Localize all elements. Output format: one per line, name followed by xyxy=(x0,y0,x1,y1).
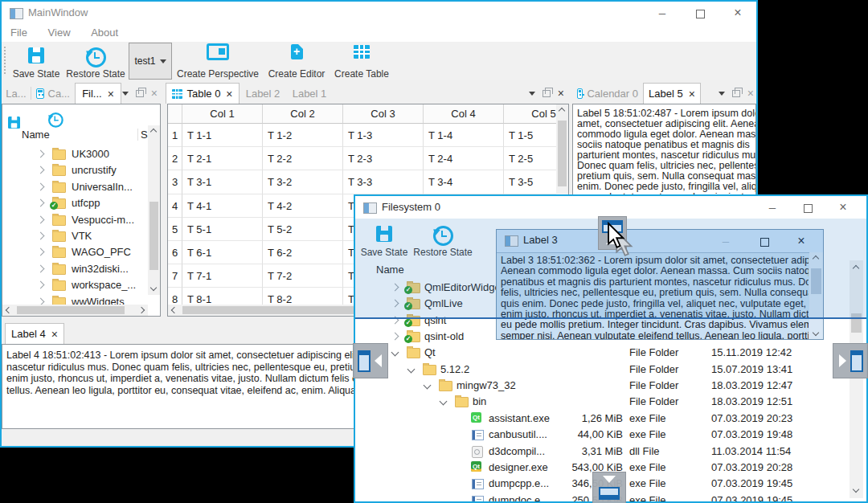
tab-label4[interactable]: Label 4 × xyxy=(5,323,64,344)
chevron-right-icon[interactable] xyxy=(37,298,45,305)
dock-left-indicator[interactable] xyxy=(353,343,388,378)
close-tab-icon[interactable]: × xyxy=(51,328,58,341)
table-cell[interactable]: T 1-2 xyxy=(263,124,343,147)
tree-row[interactable]: Vespucci-m... xyxy=(2,212,148,228)
scroll-down-icon[interactable] xyxy=(813,329,819,336)
main-titlebar[interactable]: MainWindow – × xyxy=(2,2,756,24)
table-cell[interactable]: T 3-4 xyxy=(424,170,504,194)
scroll-left-icon[interactable] xyxy=(171,307,178,313)
table-cell[interactable]: T 6-1 xyxy=(182,241,263,264)
close-tab-icon[interactable]: × xyxy=(226,88,232,100)
menu-view[interactable]: View xyxy=(39,24,80,41)
create-table-button[interactable]: Create Table xyxy=(331,43,392,79)
float-panel-icon[interactable] xyxy=(542,90,551,97)
scroll-left-icon[interactable] xyxy=(6,307,12,313)
fs-tree-row[interactable]: canbusutil.... 44,00 KiB exe File 07.03.… xyxy=(355,427,851,443)
vertical-scrollbar[interactable] xyxy=(148,125,160,295)
chevron-down-icon[interactable] xyxy=(391,349,399,357)
table-cell[interactable]: T 5-1 xyxy=(182,218,263,241)
column-header[interactable]: Col 1 xyxy=(182,104,263,124)
table-cell[interactable]: T 2-3 xyxy=(343,147,424,170)
tab-label5[interactable]: Label 5 × xyxy=(643,83,701,104)
row-header[interactable]: 1 xyxy=(168,124,182,147)
column-header[interactable]: Col 3 xyxy=(343,104,424,124)
fs-tree-row[interactable]: Qt File Folder 15.11.2019 12:42 xyxy=(355,345,851,361)
toolbar-drag-handle[interactable] xyxy=(4,47,6,74)
chevron-right-icon[interactable] xyxy=(37,248,45,256)
scrollbar-thumb[interactable] xyxy=(17,306,125,314)
name-column-header[interactable]: Name xyxy=(22,129,50,141)
table-cell[interactable]: T 3-2 xyxy=(263,170,343,194)
row-header[interactable]: 5 xyxy=(168,218,182,241)
horizontal-scrollbar[interactable] xyxy=(2,305,148,316)
table-cell[interactable]: T 1-3 xyxy=(343,124,424,147)
tab-table0[interactable]: Table 0 × xyxy=(166,83,240,104)
maximize-button[interactable] xyxy=(796,196,820,219)
table-cell[interactable]: T 5-2 xyxy=(263,218,343,241)
tab-calendar1[interactable]: Ca... xyxy=(31,83,75,104)
close-panel-icon[interactable]: × xyxy=(558,87,564,100)
table-cell[interactable]: T 4-1 xyxy=(182,194,263,218)
chevron-down-icon[interactable] xyxy=(407,366,416,374)
tree-row[interactable]: VTK xyxy=(2,228,148,244)
row-header[interactable]: 7 xyxy=(168,264,182,288)
minimize-button[interactable]: – xyxy=(760,196,784,219)
close-tab-icon[interactable]: × xyxy=(108,88,114,100)
tab-filesystem1[interactable]: Fil... × xyxy=(75,83,121,104)
tree-row[interactable]: win32diski... xyxy=(2,261,148,277)
chevron-right-icon[interactable] xyxy=(37,281,45,289)
tree-row[interactable]: ✓ utfcpp xyxy=(2,195,148,211)
save-state-button[interactable]: Save State xyxy=(10,43,63,79)
table-cell[interactable]: T 1-4 xyxy=(424,124,504,147)
row-header[interactable]: 4 xyxy=(168,194,182,218)
tree-row[interactable]: WAGO_PFC xyxy=(2,244,148,260)
table-cell[interactable]: T 3-1 xyxy=(182,170,263,194)
close-panel-icon[interactable]: × xyxy=(151,87,158,100)
chevron-right-icon[interactable] xyxy=(37,216,45,224)
scroll-down-icon[interactable] xyxy=(853,486,859,493)
row-header[interactable]: 6 xyxy=(168,241,182,264)
column-header[interactable]: Col 4 xyxy=(424,104,504,124)
tab-calendar0[interactable]: Calendar 0 xyxy=(572,83,643,104)
chevron-down-icon[interactable] xyxy=(424,382,432,390)
close-panel-icon[interactable]: × xyxy=(747,87,754,100)
tab-list-dropdown-icon[interactable] xyxy=(529,92,535,96)
close-tab-icon[interactable]: × xyxy=(689,88,695,100)
float-panel-icon[interactable] xyxy=(732,90,740,97)
table-cell[interactable]: T 7-1 xyxy=(182,264,263,288)
tree-row[interactable]: UK3000 xyxy=(2,146,148,162)
float-panel-icon[interactable] xyxy=(136,90,144,97)
chevron-right-icon[interactable] xyxy=(37,166,45,174)
minimize-button[interactable]: – xyxy=(650,2,674,24)
dock-right-indicator[interactable] xyxy=(833,343,868,378)
tab-list-dropdown-icon[interactable] xyxy=(719,92,725,96)
fs-tree-row[interactable]: Qt assistant.exe 1,26 MiB exe File 07.03… xyxy=(355,411,851,427)
maximize-button[interactable] xyxy=(688,2,712,24)
chevron-right-icon[interactable] xyxy=(37,150,45,158)
menu-about[interactable]: About xyxy=(82,24,127,41)
create-editor-button[interactable]: Create Editor xyxy=(264,43,330,79)
menu-file[interactable]: File xyxy=(2,24,36,41)
tree-row[interactable]: uncrustify xyxy=(2,162,148,178)
chevron-down-icon[interactable] xyxy=(440,398,448,406)
scroll-up-icon[interactable] xyxy=(559,108,565,114)
table-cell[interactable]: T 2-4 xyxy=(424,147,504,170)
chevron-right-icon[interactable] xyxy=(391,333,399,341)
row-header[interactable]: 3 xyxy=(168,170,182,194)
table-cell[interactable]: T 3-3 xyxy=(343,170,424,194)
scroll-up-icon[interactable] xyxy=(150,129,157,135)
tree-row[interactable]: wwWidgets xyxy=(2,294,148,305)
scroll-right-icon[interactable] xyxy=(138,307,145,313)
scrollbar-thumb[interactable] xyxy=(149,202,158,270)
table-cell[interactable]: T 6-2 xyxy=(263,241,343,264)
table-cell[interactable]: T 2-2 xyxy=(263,147,343,170)
close-button[interactable]: × xyxy=(831,196,855,219)
row-header[interactable]: 2 xyxy=(168,147,182,170)
create-perspective-button[interactable]: Create Perspective xyxy=(175,43,260,79)
tab-label2[interactable]: Label 2 xyxy=(240,83,286,104)
tree-row[interactable]: workspace_... xyxy=(2,277,148,293)
table-cell[interactable]: T 7-2 xyxy=(263,264,343,288)
restore-state-button[interactable]: Restore State xyxy=(64,43,127,79)
fs-tree-row[interactable]: mingw73_32 File Folder 18.03.2019 12:47 xyxy=(355,378,851,394)
chevron-right-icon[interactable] xyxy=(37,199,45,207)
